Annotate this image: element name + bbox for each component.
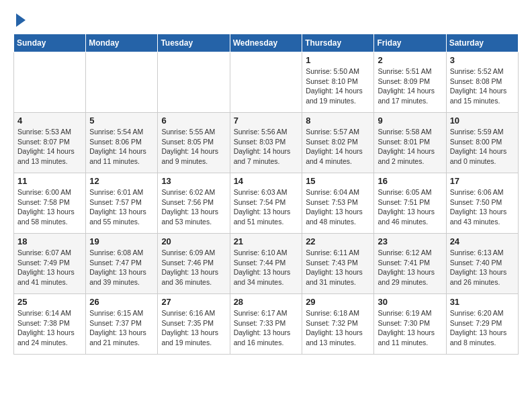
calendar-week-2: 4Sunrise: 5:53 AM Sunset: 8:07 PM Daylig…: [14, 113, 519, 173]
weekday-header-friday: Friday: [374, 34, 446, 52]
day-info: Sunrise: 5:56 AM Sunset: 8:03 PM Dayligh…: [234, 127, 299, 167]
day-number: 4: [17, 116, 82, 126]
day-info: Sunrise: 6:12 AM Sunset: 7:41 PM Dayligh…: [378, 248, 442, 287]
weekday-header-tuesday: Tuesday: [158, 34, 230, 52]
calendar-cell: 8Sunrise: 5:57 AM Sunset: 8:02 PM Daylig…: [302, 113, 374, 173]
calendar-cell: 10Sunrise: 5:59 AM Sunset: 8:00 PM Dayli…: [446, 113, 518, 173]
day-number: 31: [450, 297, 515, 307]
day-info: Sunrise: 6:16 AM Sunset: 7:35 PM Dayligh…: [161, 308, 226, 348]
day-info: Sunrise: 6:20 AM Sunset: 7:29 PM Dayligh…: [450, 308, 515, 348]
calendar-week-3: 11Sunrise: 6:00 AM Sunset: 7:58 PM Dayli…: [14, 173, 519, 234]
day-info: Sunrise: 6:09 AM Sunset: 7:46 PM Dayligh…: [161, 248, 226, 287]
day-info: Sunrise: 6:00 AM Sunset: 7:58 PM Dayligh…: [17, 187, 82, 227]
day-number: 25: [17, 297, 82, 307]
calendar-cell: 3Sunrise: 5:52 AM Sunset: 8:08 PM Daylig…: [446, 52, 518, 113]
day-number: 18: [17, 236, 82, 246]
calendar-cell: 19Sunrise: 6:08 AM Sunset: 7:47 PM Dayli…: [86, 234, 158, 294]
calendar-week-1: 1Sunrise: 5:50 AM Sunset: 8:10 PM Daylig…: [14, 52, 519, 113]
calendar-cell: 13Sunrise: 6:02 AM Sunset: 7:56 PM Dayli…: [158, 173, 230, 234]
day-number: 29: [306, 297, 370, 307]
calendar-cell: 5Sunrise: 5:54 AM Sunset: 8:06 PM Daylig…: [86, 113, 158, 173]
calendar-table: SundayMondayTuesdayWednesdayThursdayFrid…: [13, 34, 519, 355]
day-number: 15: [306, 176, 370, 186]
day-info: Sunrise: 6:14 AM Sunset: 7:38 PM Dayligh…: [17, 308, 82, 348]
day-info: Sunrise: 5:51 AM Sunset: 8:09 PM Dayligh…: [378, 66, 442, 106]
calendar-cell: [86, 52, 158, 113]
logo-arrow-icon: [16, 13, 26, 27]
day-info: Sunrise: 6:17 AM Sunset: 7:33 PM Dayligh…: [234, 308, 299, 348]
calendar-cell: 27Sunrise: 6:16 AM Sunset: 7:35 PM Dayli…: [158, 294, 230, 355]
calendar-body: 1Sunrise: 5:50 AM Sunset: 8:10 PM Daylig…: [14, 52, 519, 355]
day-info: Sunrise: 5:54 AM Sunset: 8:06 PM Dayligh…: [89, 127, 154, 167]
day-info: Sunrise: 5:50 AM Sunset: 8:10 PM Dayligh…: [306, 66, 370, 106]
calendar-cell: 26Sunrise: 6:15 AM Sunset: 7:37 PM Dayli…: [86, 294, 158, 355]
day-number: 12: [89, 176, 154, 186]
day-info: Sunrise: 5:58 AM Sunset: 8:01 PM Dayligh…: [378, 127, 442, 167]
day-number: 27: [161, 297, 226, 307]
day-number: 7: [234, 116, 299, 126]
day-number: 30: [378, 297, 442, 307]
day-info: Sunrise: 5:59 AM Sunset: 8:00 PM Dayligh…: [450, 127, 515, 167]
day-number: 14: [234, 176, 299, 186]
day-number: 16: [378, 176, 442, 186]
calendar-cell: 29Sunrise: 6:18 AM Sunset: 7:32 PM Dayli…: [302, 294, 374, 355]
day-info: Sunrise: 6:03 AM Sunset: 7:54 PM Dayligh…: [234, 187, 299, 227]
weekday-header-sunday: Sunday: [14, 34, 86, 52]
day-number: 6: [161, 116, 226, 126]
day-number: 8: [306, 116, 370, 126]
calendar-cell: [14, 52, 86, 113]
day-info: Sunrise: 6:10 AM Sunset: 7:44 PM Dayligh…: [234, 248, 299, 287]
calendar-cell: 21Sunrise: 6:10 AM Sunset: 7:44 PM Dayli…: [230, 234, 302, 294]
day-number: 13: [161, 176, 226, 186]
calendar-cell: 25Sunrise: 6:14 AM Sunset: 7:38 PM Dayli…: [14, 294, 86, 355]
day-info: Sunrise: 6:06 AM Sunset: 7:50 PM Dayligh…: [450, 187, 515, 227]
calendar-cell: 7Sunrise: 5:56 AM Sunset: 8:03 PM Daylig…: [230, 113, 302, 173]
day-info: Sunrise: 6:08 AM Sunset: 7:47 PM Dayligh…: [89, 248, 154, 287]
day-info: Sunrise: 5:52 AM Sunset: 8:08 PM Dayligh…: [450, 66, 515, 106]
weekday-header-saturday: Saturday: [446, 34, 518, 52]
calendar-cell: 15Sunrise: 6:04 AM Sunset: 7:53 PM Dayli…: [302, 173, 374, 234]
calendar-cell: 14Sunrise: 6:03 AM Sunset: 7:54 PM Dayli…: [230, 173, 302, 234]
calendar-cell: 6Sunrise: 5:55 AM Sunset: 8:05 PM Daylig…: [158, 113, 230, 173]
calendar-week-4: 18Sunrise: 6:07 AM Sunset: 7:49 PM Dayli…: [14, 234, 519, 294]
calendar-cell: 4Sunrise: 5:53 AM Sunset: 8:07 PM Daylig…: [14, 113, 86, 173]
calendar-cell: 23Sunrise: 6:12 AM Sunset: 7:41 PM Dayli…: [374, 234, 446, 294]
day-number: 3: [450, 55, 515, 65]
calendar-cell: 28Sunrise: 6:17 AM Sunset: 7:33 PM Dayli…: [230, 294, 302, 355]
calendar-week-5: 25Sunrise: 6:14 AM Sunset: 7:38 PM Dayli…: [14, 294, 519, 355]
weekday-header-monday: Monday: [86, 34, 158, 52]
calendar-cell: 17Sunrise: 6:06 AM Sunset: 7:50 PM Dayli…: [446, 173, 518, 234]
day-number: 1: [306, 55, 370, 65]
day-number: 28: [234, 297, 299, 307]
calendar-cell: 20Sunrise: 6:09 AM Sunset: 7:46 PM Dayli…: [158, 234, 230, 294]
calendar-cell: 11Sunrise: 6:00 AM Sunset: 7:58 PM Dayli…: [14, 173, 86, 234]
weekday-header-thursday: Thursday: [302, 34, 374, 52]
day-info: Sunrise: 6:07 AM Sunset: 7:49 PM Dayligh…: [17, 248, 82, 287]
logo: [13, 13, 26, 27]
calendar-cell: 22Sunrise: 6:11 AM Sunset: 7:43 PM Dayli…: [302, 234, 374, 294]
day-number: 23: [378, 236, 442, 246]
day-number: 20: [161, 236, 226, 246]
day-info: Sunrise: 6:01 AM Sunset: 7:57 PM Dayligh…: [89, 187, 154, 227]
weekday-header-wednesday: Wednesday: [230, 34, 302, 52]
day-info: Sunrise: 6:02 AM Sunset: 7:56 PM Dayligh…: [161, 187, 226, 227]
day-number: 10: [450, 116, 515, 126]
day-number: 26: [89, 297, 154, 307]
header: [13, 13, 519, 27]
calendar-cell: 31Sunrise: 6:20 AM Sunset: 7:29 PM Dayli…: [446, 294, 518, 355]
calendar-cell: 18Sunrise: 6:07 AM Sunset: 7:49 PM Dayli…: [14, 234, 86, 294]
calendar-cell: 9Sunrise: 5:58 AM Sunset: 8:01 PM Daylig…: [374, 113, 446, 173]
day-number: 9: [378, 116, 442, 126]
day-info: Sunrise: 5:55 AM Sunset: 8:05 PM Dayligh…: [161, 127, 226, 167]
calendar-cell: 12Sunrise: 6:01 AM Sunset: 7:57 PM Dayli…: [86, 173, 158, 234]
day-number: 24: [450, 236, 515, 246]
calendar-cell: 1Sunrise: 5:50 AM Sunset: 8:10 PM Daylig…: [302, 52, 374, 113]
day-info: Sunrise: 6:15 AM Sunset: 7:37 PM Dayligh…: [89, 308, 154, 348]
day-number: 2: [378, 55, 442, 65]
day-info: Sunrise: 6:13 AM Sunset: 7:40 PM Dayligh…: [450, 248, 515, 287]
day-number: 22: [306, 236, 370, 246]
day-info: Sunrise: 6:19 AM Sunset: 7:30 PM Dayligh…: [378, 308, 442, 348]
day-number: 11: [17, 176, 82, 186]
day-number: 21: [234, 236, 299, 246]
calendar-cell: 16Sunrise: 6:05 AM Sunset: 7:51 PM Dayli…: [374, 173, 446, 234]
